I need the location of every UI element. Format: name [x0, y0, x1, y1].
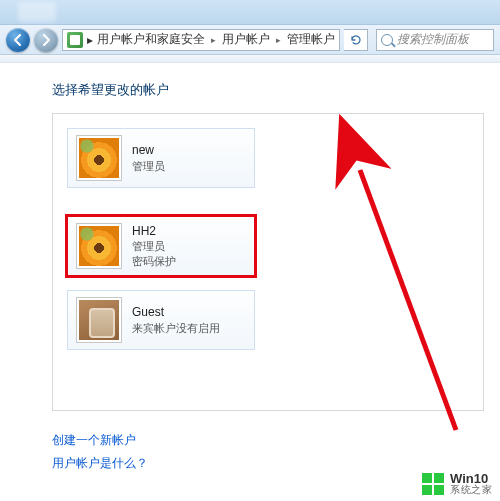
watermark-line2: 系统之家	[450, 485, 492, 495]
watermark: Win10 系统之家	[422, 472, 492, 495]
avatar	[76, 223, 122, 269]
accounts-panel: new 管理员 HH2 管理员 密码保护 Guest 来宾帐户没有启用	[52, 113, 484, 411]
account-meta: HH2 管理员 密码保护	[132, 223, 176, 269]
refresh-icon	[350, 34, 362, 46]
account-meta: new 管理员	[132, 142, 165, 173]
account-tile-new[interactable]: new 管理员	[67, 128, 255, 188]
window-icon-blur	[18, 2, 56, 22]
crumb-chevron: ▸	[87, 33, 93, 47]
crumb-item-2[interactable]: 管理帐户	[287, 31, 335, 48]
account-tile-hh2[interactable]: HH2 管理员 密码保护	[67, 216, 255, 276]
search-placeholder: 搜索控制面板	[397, 31, 469, 48]
account-name: Guest	[132, 304, 220, 320]
crumb-item-0[interactable]: 用户帐户和家庭安全	[97, 31, 205, 48]
account-extra: 密码保护	[132, 254, 176, 269]
search-icon	[381, 34, 393, 46]
link-whatis-account[interactable]: 用户帐户是什么？	[52, 452, 484, 475]
account-tile-guest[interactable]: Guest 来宾帐户没有启用	[67, 290, 255, 350]
account-name: HH2	[132, 223, 176, 239]
suitcase-icon	[79, 300, 119, 340]
toolbar-strip	[0, 55, 500, 63]
refresh-button[interactable]	[344, 29, 368, 51]
breadcrumb[interactable]: ▸ 用户帐户和家庭安全 ▸ 用户帐户 ▸ 管理帐户	[62, 29, 340, 51]
crumb-sep: ▸	[274, 35, 283, 45]
account-meta: Guest 来宾帐户没有启用	[132, 304, 220, 335]
search-input[interactable]: 搜索控制面板	[376, 29, 494, 51]
account-role: 管理员	[132, 159, 165, 174]
page-heading: 选择希望更改的帐户	[52, 81, 484, 99]
control-panel-icon	[67, 32, 83, 48]
link-create-account[interactable]: 创建一个新帐户	[52, 429, 484, 452]
forward-button[interactable]	[34, 28, 58, 52]
content-area: 选择希望更改的帐户 new 管理员 HH2 管理员 密码保护	[0, 63, 500, 501]
flower-icon	[79, 226, 119, 266]
flower-icon	[79, 138, 119, 178]
avatar	[76, 297, 122, 343]
account-role: 管理员	[132, 239, 176, 254]
account-role: 来宾帐户没有启用	[132, 321, 220, 336]
nav-bar: ▸ 用户帐户和家庭安全 ▸ 用户帐户 ▸ 管理帐户 搜索控制面板	[0, 25, 500, 55]
avatar	[76, 135, 122, 181]
arrow-right-icon	[40, 34, 52, 46]
account-name: new	[132, 142, 165, 158]
windows-logo-icon	[422, 473, 444, 495]
account-links: 创建一个新帐户 用户帐户是什么？	[52, 429, 484, 475]
back-button[interactable]	[6, 28, 30, 52]
crumb-item-1[interactable]: 用户帐户	[222, 31, 270, 48]
window-titlebar	[0, 0, 500, 25]
crumb-sep: ▸	[209, 35, 218, 45]
arrow-left-icon	[12, 34, 24, 46]
